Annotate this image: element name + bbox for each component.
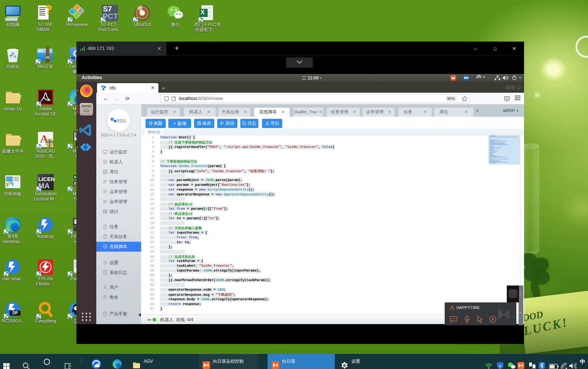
svg-text:RDS: RDS	[116, 118, 126, 124]
